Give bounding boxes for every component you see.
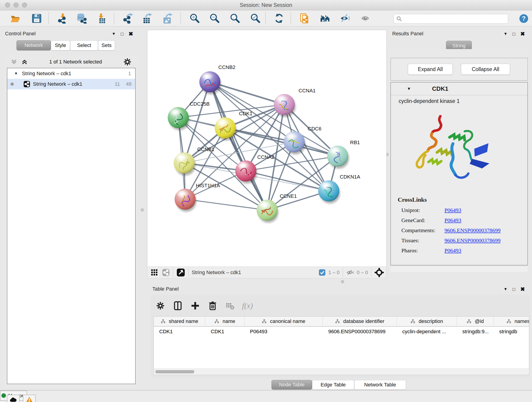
- network-node-CCNA1[interactable]: [274, 94, 296, 117]
- table-hscrollbar-track[interactable]: [154, 369, 529, 375]
- network-node-CCNE1[interactable]: [257, 200, 278, 223]
- navigator-crosshair-icon[interactable]: [375, 268, 384, 277]
- tab-node-table[interactable]: Node Table: [272, 380, 312, 390]
- automation-cloud-button[interactable]: [7, 395, 20, 402]
- tab-select[interactable]: Select: [70, 40, 98, 51]
- crosslink-label: Compartments:: [401, 227, 444, 234]
- expand-all-button[interactable]: Expand All: [408, 64, 453, 75]
- search-icon: [396, 16, 402, 22]
- table-row[interactable]: CDK1CDK1P064939606.ENSP00000378699cyclin…: [154, 327, 529, 337]
- results-panel-controls[interactable]: ▼ □ ✖: [504, 30, 525, 38]
- hide-selected-button[interactable]: [339, 12, 352, 25]
- table-settings-button[interactable]: [154, 299, 167, 312]
- crosslink-link[interactable]: 9606.ENSP00000378699: [444, 237, 500, 244]
- panel-float-icon[interactable]: □: [513, 32, 515, 37]
- network-node-RB1[interactable]: [327, 146, 349, 169]
- network-share-icon[interactable]: [162, 269, 170, 276]
- collapse-all-icon[interactable]: [10, 58, 18, 65]
- network-edge[interactable]: [210, 82, 267, 210]
- crosslink-link[interactable]: P06493: [444, 217, 461, 223]
- network-edge[interactable]: [185, 199, 267, 210]
- delete-column-button[interactable]: [206, 299, 219, 312]
- tab-style[interactable]: Style: [51, 40, 70, 51]
- table-header-row[interactable]: shared name name canonical name database…: [154, 317, 529, 327]
- network-options-gear-icon[interactable]: [123, 57, 132, 66]
- network-node-CDC6[interactable]: [284, 131, 305, 154]
- table-cell: stringdb:9...: [457, 327, 494, 337]
- column-header-shared-name[interactable]: shared name: [154, 317, 205, 326]
- left-splitter-handle[interactable]: [141, 208, 144, 211]
- search-input[interactable]: [404, 16, 502, 22]
- zoom-out-button[interactable]: [208, 12, 221, 25]
- tab-network-table[interactable]: Network Table: [354, 380, 406, 390]
- bottom-splitter-handle[interactable]: [341, 280, 344, 283]
- network-node-CDK1[interactable]: [215, 117, 236, 140]
- zoom-selected-button[interactable]: [249, 12, 262, 25]
- create-views-button[interactable]: [319, 12, 332, 25]
- selected-checkbox-icon[interactable]: [319, 269, 326, 276]
- help-button[interactable]: ?: [518, 13, 529, 24]
- table-delete-icon: [225, 301, 235, 311]
- network-collection-row[interactable]: ▼ String Network – cdk1 1: [7, 68, 135, 79]
- network-node-CDC25B[interactable]: [168, 107, 190, 130]
- control-panel-controls[interactable]: ▼ □ ✖: [112, 30, 133, 38]
- zoom-in-icon: [190, 13, 200, 24]
- crosslink-row: GeneCard: P06493: [401, 217, 527, 223]
- network-node-CDKN1A[interactable]: [318, 180, 340, 204]
- panel-close-icon[interactable]: ✖: [520, 31, 525, 37]
- show-columns-button[interactable]: [171, 299, 184, 312]
- refresh-view-button[interactable]: [272, 12, 286, 25]
- results-scrollbar-track[interactable]: [391, 266, 527, 272]
- column-header-canonical-name[interactable]: canonical name: [244, 317, 323, 326]
- import-network-database-button[interactable]: [75, 12, 89, 25]
- panel-close-icon[interactable]: ✖: [520, 286, 525, 293]
- zoom-fit-button[interactable]: [228, 12, 242, 25]
- node-table[interactable]: shared name name canonical name database…: [153, 316, 529, 375]
- panel-menu-icon[interactable]: ▼: [504, 32, 507, 36]
- grid-view-icon[interactable]: [151, 269, 158, 276]
- column-header--id[interactable]: @id: [457, 317, 494, 326]
- network-row[interactable]: String Network – cdk1 11 48: [7, 79, 135, 89]
- hidden-counts: 0 – 0: [357, 269, 368, 275]
- import-network-file-button[interactable]: [56, 12, 69, 25]
- open-file-button[interactable]: [9, 12, 22, 25]
- tree-expand-icon[interactable]: ▼: [14, 71, 18, 76]
- column-header-namespace[interactable]: namespace: [494, 317, 529, 326]
- collapse-all-button[interactable]: Collapse All: [461, 64, 510, 75]
- network-view-canvas[interactable]: CCNB2 CCNA1 CDC25B: [147, 30, 387, 267]
- table-panel-controls[interactable]: ▼ □ ✖: [504, 285, 525, 293]
- panel-menu-icon[interactable]: ▼: [112, 32, 116, 36]
- save-session-button[interactable]: [30, 12, 43, 25]
- warnings-button[interactable]: [23, 395, 36, 402]
- column-header-description[interactable]: description: [397, 317, 457, 326]
- birdseye-view-icon[interactable]: [177, 268, 185, 277]
- column-header-name[interactable]: name: [205, 317, 244, 326]
- export-network-button[interactable]: [122, 12, 135, 25]
- card-collapse-icon[interactable]: ▼: [407, 86, 411, 91]
- column-header-database-identifier[interactable]: database identifier: [323, 317, 397, 326]
- export-table-button[interactable]: [141, 12, 154, 25]
- tab-edge-table[interactable]: Edge Table: [312, 380, 354, 390]
- show-all-button[interactable]: [359, 12, 372, 25]
- tab-sets[interactable]: Sets: [98, 40, 115, 51]
- panel-float-icon[interactable]: □: [513, 287, 515, 292]
- panel-float-icon[interactable]: □: [121, 32, 123, 37]
- import-table-file-button[interactable]: [94, 12, 108, 25]
- first-neighbors-button[interactable]: [298, 12, 312, 25]
- panel-close-icon[interactable]: ✖: [128, 31, 133, 37]
- crosslink-link[interactable]: P06493: [444, 207, 461, 213]
- tab-network[interactable]: Network: [17, 40, 51, 51]
- table-hscrollbar-thumb[interactable]: [155, 370, 194, 373]
- crosslink-link[interactable]: 9606.ENSP00000378699: [444, 227, 500, 234]
- expand-all-icon[interactable]: [21, 58, 28, 65]
- create-column-button[interactable]: [189, 299, 202, 312]
- toolbar-search-field[interactable]: [394, 14, 508, 24]
- panel-menu-icon[interactable]: ▼: [504, 287, 507, 292]
- export-image-button[interactable]: [161, 12, 174, 25]
- network-node-CCNB2[interactable]: [199, 71, 221, 95]
- crosslink-link[interactable]: P06493: [444, 248, 461, 254]
- network-edge[interactable]: [210, 82, 284, 104]
- zoom-in-button[interactable]: [188, 12, 201, 25]
- crosslink-row: Tissues: 9606.ENSP00000378699: [401, 237, 527, 244]
- fx-icon: f(x): [242, 301, 253, 310]
